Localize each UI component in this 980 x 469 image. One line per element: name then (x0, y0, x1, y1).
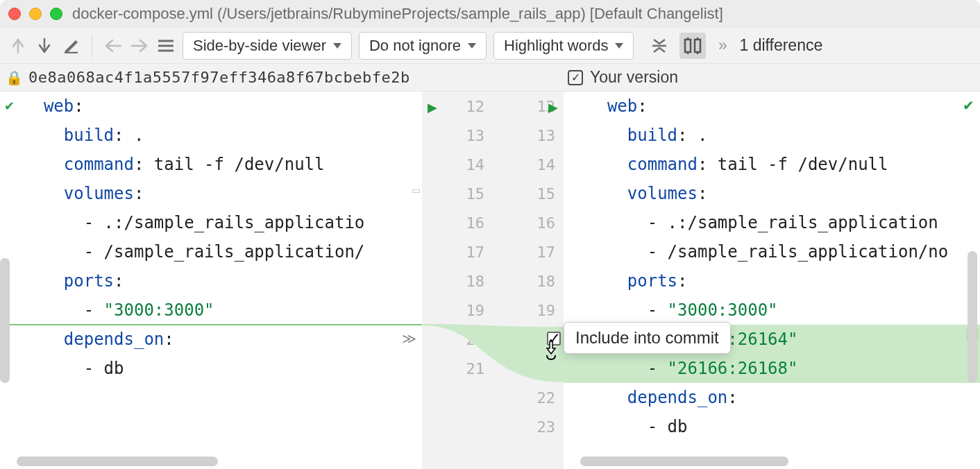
pane-headers: 🔒 0e8a068ac4f1a5557f97eff346a8f67bcbebfe… (0, 64, 980, 92)
left-pane-header: 🔒 0e8a068ac4f1a5557f97eff346a8f67bcbebfe… (0, 64, 422, 91)
line-number[interactable]: 14 (493, 150, 564, 179)
viewer-mode-dropdown[interactable]: Side-by-side viewer (183, 32, 352, 60)
code-line[interactable]: - db (564, 412, 980, 441)
code-line[interactable]: depends_on: (0, 325, 422, 354)
line-number[interactable]: 18 (422, 266, 493, 296)
line-number[interactable]: 23 (493, 412, 564, 441)
right-version-label: Your version (590, 68, 678, 87)
left-code-pane[interactable]: ✔ web: build: . command: tail -f /dev/nu… (0, 92, 422, 469)
window-title: docker-compose.yml (/Users/jetbrains/Rub… (72, 5, 723, 23)
chevron-down-icon (333, 43, 341, 49)
include-version-checkbox[interactable]: ✓ (568, 70, 583, 85)
highlight-mode-label: Highlight words (504, 37, 608, 55)
sync-scroll-icon[interactable] (679, 33, 706, 59)
code-line[interactable]: volumes: (564, 179, 980, 208)
line-number[interactable]: 14 (422, 150, 493, 179)
line-number[interactable]: 16 (422, 208, 493, 237)
separator (92, 34, 92, 58)
highlight-mode-dropdown[interactable]: Highlight words (493, 32, 634, 60)
diff-window: docker-compose.yml (/Users/jetbrains/Rub… (0, 0, 980, 469)
line-number[interactable]: 19 (422, 296, 493, 325)
code-line[interactable]: build: . (0, 121, 422, 150)
chevron-down-icon (615, 43, 623, 49)
back-icon[interactable] (103, 36, 123, 56)
code-line[interactable]: ports: (0, 266, 422, 296)
diff-marker-line (0, 324, 422, 325)
cursor-icon (543, 340, 562, 366)
line-number[interactable]: 13 (422, 121, 493, 150)
code-line[interactable]: depends_on: (564, 383, 980, 412)
left-vertical-scrollbar[interactable] (0, 92, 10, 455)
window-controls (8, 8, 62, 20)
diff-count: 1 difference (739, 36, 822, 55)
right-pane-header: ✓ Your version (564, 64, 980, 91)
right-horizontal-scrollbar[interactable] (564, 457, 980, 466)
code-line[interactable]: - /sample_rails_application/ (0, 237, 422, 266)
zoom-window-button[interactable] (50, 8, 62, 20)
diff-toolbar: Side-by-side viewer Do not ignore Highli… (0, 28, 980, 64)
fold-icon[interactable]: ▭ (412, 185, 421, 196)
code-line[interactable]: ports: (564, 266, 980, 296)
line-number[interactable]: 18 (493, 266, 564, 296)
run-icon[interactable]: ▶ (428, 100, 437, 115)
line-number[interactable]: 15 (422, 179, 493, 208)
code-line[interactable]: command: tail -f /dev/null (0, 150, 422, 179)
svg-rect-6 (695, 40, 700, 52)
next-diff-icon[interactable] (35, 36, 54, 56)
expand-icon[interactable]: » (713, 36, 732, 56)
apply-change-icon[interactable]: ≫ (402, 330, 416, 347)
line-number-gutter: ▶ 12131415161718192021 ▶ ✓ 1213141516171… (422, 92, 564, 469)
line-number[interactable]: 22 (493, 383, 564, 412)
code-line[interactable]: - "3000:3000" (0, 296, 422, 325)
code-line[interactable]: web: (564, 92, 980, 121)
code-line[interactable]: - "3000:3000" (564, 296, 980, 325)
line-number[interactable]: 17 (493, 237, 564, 266)
ignore-mode-label: Do not ignore (369, 37, 461, 55)
collapse-unchanged-icon[interactable] (646, 33, 673, 59)
code-line[interactable]: - db (0, 354, 422, 383)
code-line[interactable]: volumes: (0, 179, 422, 208)
run-icon[interactable]: ▶ (548, 100, 558, 115)
commit-sha: 0e8a068ac4f1a5557f97eff346a8f67bcbebfe2b (28, 69, 410, 86)
chevron-down-icon (468, 43, 476, 49)
right-vertical-scrollbar[interactable] (968, 92, 977, 455)
code-line[interactable]: web: (0, 92, 422, 121)
tooltip-text: Include into commit (575, 328, 719, 347)
line-number[interactable]: 13 (493, 121, 564, 150)
line-number[interactable]: 16 (493, 208, 564, 237)
close-window-button[interactable] (8, 8, 21, 20)
prev-diff-icon[interactable] (8, 36, 28, 56)
tooltip: Include into commit (564, 322, 731, 354)
diff-body: ✔ web: build: . command: tail -f /dev/nu… (0, 92, 980, 469)
lock-icon: 🔒 (6, 69, 23, 86)
code-line[interactable]: command: tail -f /dev/null (564, 150, 980, 179)
viewer-mode-label: Side-by-side viewer (193, 37, 326, 55)
left-horizontal-scrollbar[interactable] (0, 457, 422, 466)
code-line[interactable]: - /sample_rails_application/no (564, 237, 980, 266)
right-code-pane[interactable]: ✔ web: build: . command: tail -f /dev/nu… (564, 92, 980, 469)
edit-icon[interactable] (61, 36, 81, 56)
code-line[interactable]: build: . (564, 121, 980, 150)
code-line[interactable]: - .:/sample_rails_application (564, 208, 980, 237)
list-icon[interactable] (156, 36, 176, 56)
svg-rect-5 (685, 40, 691, 52)
code-line[interactable]: - "26166:26168" (564, 354, 980, 383)
minimize-window-button[interactable] (29, 8, 42, 20)
code-line[interactable]: - .:/sample_rails_applicatio (0, 208, 422, 237)
line-number[interactable]: 19 (493, 296, 564, 325)
line-number[interactable]: 17 (422, 237, 493, 266)
ignore-mode-dropdown[interactable]: Do not ignore (359, 32, 487, 60)
forward-icon[interactable] (130, 36, 149, 56)
line-number[interactable]: 15 (493, 179, 564, 208)
titlebar: docker-compose.yml (/Users/jetbrains/Rub… (0, 0, 980, 28)
